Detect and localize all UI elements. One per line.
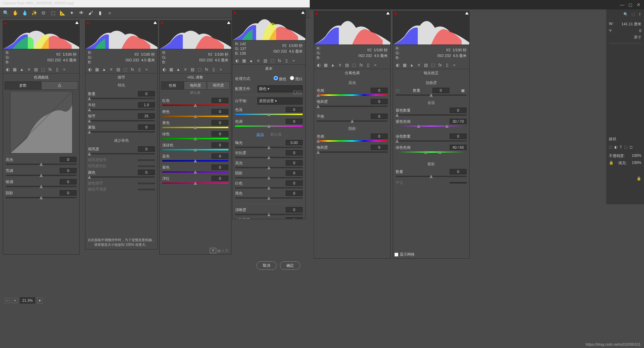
curve-tab-icon[interactable]: ▦ [12,67,17,72]
auto-link[interactable]: 自动 [256,132,264,137]
default-link[interactable]: 默认值 [271,132,282,137]
slider[interactable] [235,214,303,215]
zoom-in-button[interactable]: + [12,298,18,303]
slider[interactable] [6,164,77,165]
preset-tab-icon[interactable]: ≈ [62,67,67,72]
slider[interactable] [88,153,155,154]
value-input[interactable] [138,166,155,167]
value-input[interactable] [138,160,155,161]
temp-slider[interactable] [235,114,303,115]
value-input[interactable]: 0 [286,207,303,212]
value-input[interactable]: 0 [60,190,77,196]
value-input[interactable]: 0 [60,179,77,184]
value-input[interactable] [138,189,155,190]
sat-tab[interactable]: 饱和度 [184,81,207,90]
default-link[interactable]: 默认值 [160,90,231,96]
value-input[interactable]: 0 [286,170,303,176]
shadow-hue-slider[interactable] [317,140,388,142]
purple-amount-slider[interactable] [396,114,467,116]
lens-tab-icon[interactable]: ⬚ [40,67,46,72]
value-input[interactable]: 0 [138,170,155,175]
slider[interactable] [235,157,303,158]
redeye-icon[interactable]: 👁 [78,10,84,16]
value-input[interactable]: 0 [286,150,303,155]
value-input[interactable]: 0 [286,180,303,186]
lock-icon[interactable]: 🔒 [637,176,641,180]
slider[interactable] [235,187,303,188]
eyedropper-icon[interactable]: 💧 [22,10,28,16]
split-tab-icon[interactable]: ▤ [33,67,38,72]
value-input[interactable]: 0 [138,124,155,130]
hsl-slider[interactable] [162,171,228,173]
ok-button[interactable]: 确定 [280,261,300,270]
zoom-out-button[interactable]: − [5,298,10,303]
zoom-dropdown[interactable]: ▾ [37,298,43,303]
share-icon[interactable]: ⇪ [638,12,641,17]
cancel-button[interactable]: 取消 [256,261,277,270]
slider[interactable] [6,186,77,187]
cal-tab-icon[interactable]: ▯ [55,67,60,72]
temp-value[interactable]: 0 [286,107,303,112]
basic-tab-icon[interactable]: ◐ [5,67,10,72]
straighten-icon[interactable]: 📐 [59,10,65,16]
hsl-slider[interactable] [162,182,228,184]
slider[interactable] [235,197,303,199]
target-adjust-icon[interactable]: ⊙ [40,10,47,16]
color-sampler-icon[interactable]: ✨ [31,10,37,16]
hsl-slider[interactable] [162,149,228,150]
tone-curve-graph[interactable] [10,91,73,153]
zoom-value[interactable]: 21.3% [20,297,35,303]
search-icon[interactable]: 🔍 [623,12,628,17]
y-button[interactable]: Y [210,248,216,253]
spot-removal-icon[interactable]: ✦ [69,10,75,16]
value-input[interactable]: 0 [138,91,155,96]
maximize-icon[interactable]: ◻ [628,2,633,7]
tint-value[interactable]: 0 [286,119,303,124]
highlight-sat-slider[interactable] [317,106,388,107]
value-input[interactable]: 0 [286,160,303,166]
distortion-slider[interactable] [396,94,467,96]
value-input[interactable]: 1.0 [138,102,155,108]
hsl-slider[interactable] [162,127,228,128]
hsl-slider[interactable] [162,116,228,117]
hand-tool-icon[interactable]: ✋ [12,10,18,16]
value-input[interactable]: 0 [138,146,155,152]
zoom-tool-icon[interactable]: 🔍 [3,10,9,16]
radial-filter-icon[interactable]: ○ [107,10,113,16]
adjustment-brush-icon[interactable]: 🖌 [88,10,94,16]
slider[interactable] [88,131,155,133]
param-tab[interactable]: 参数 [4,81,41,90]
hsl-slider[interactable] [162,105,228,106]
value-input[interactable]: 0 [286,191,303,196]
slider[interactable] [6,175,77,176]
gradient-filter-icon[interactable]: ▮ [97,10,103,16]
green-amount-slider[interactable] [396,140,467,142]
hue-tab[interactable]: 色相 [161,81,184,90]
slider[interactable] [235,147,303,148]
value-input[interactable]: 0 [60,157,77,162]
slider[interactable] [235,177,303,178]
value-input[interactable] [138,183,155,184]
green-hue-slider[interactable] [396,151,467,153]
lum-tab[interactable]: 明亮度 [207,81,230,90]
slider[interactable] [88,109,155,110]
slider[interactable] [88,98,155,99]
crop-tool-icon[interactable]: ⬚ [50,10,56,16]
vignette-amount-slider[interactable] [396,176,467,177]
slider[interactable] [88,120,155,121]
fx-tab-icon[interactable]: fx [48,67,53,72]
detail-tab-icon[interactable]: ▲ [19,67,24,72]
close-icon[interactable]: ✕ [637,2,641,7]
value-input[interactable]: 0 [60,168,77,173]
purple-hue-slider[interactable] [396,125,467,127]
workspace-icon[interactable]: ⬚ [632,12,635,17]
highlight-hue-slider[interactable] [317,94,388,96]
value-input[interactable]: 0.00 [286,140,303,145]
show-grid-checkbox[interactable] [394,253,398,257]
hsl-tab-icon[interactable]: ≡ [26,67,31,72]
balance-slider[interactable] [317,120,388,122]
value-input[interactable]: 25 [138,113,155,119]
hsl-slider[interactable] [162,160,228,162]
shadow-sat-slider[interactable] [317,151,388,153]
point-tab[interactable]: 点 [41,81,78,90]
